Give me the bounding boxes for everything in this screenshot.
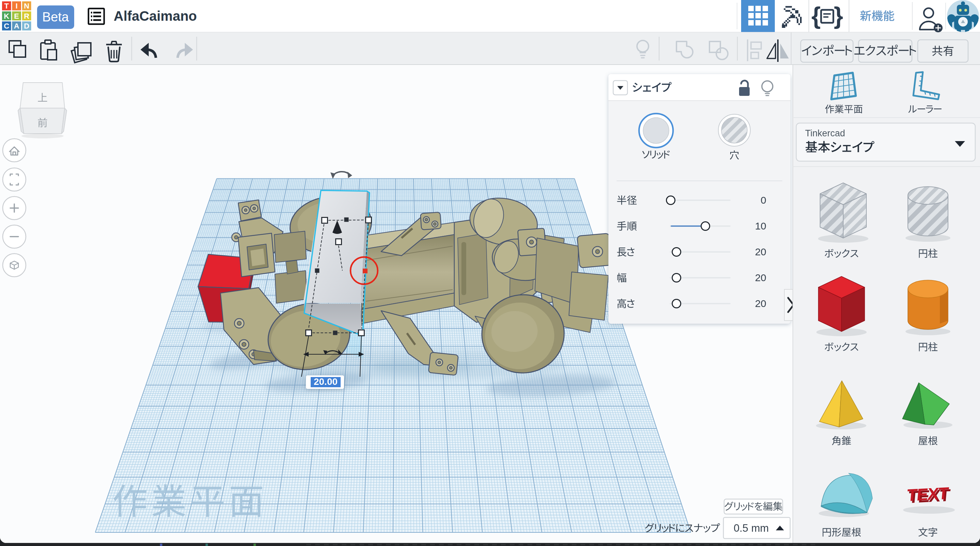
svg-text:K: K <box>4 12 9 21</box>
svg-text:20: 20 <box>755 272 766 283</box>
svg-text:0: 0 <box>760 194 766 206</box>
svg-text:I: I <box>16 2 18 10</box>
svg-text:0.5 mm: 0.5 mm <box>733 522 769 534</box>
svg-text:20: 20 <box>755 246 766 257</box>
svg-text:A: A <box>14 22 19 30</box>
svg-text:}: } <box>834 2 843 29</box>
svg-text:R: R <box>24 12 29 21</box>
svg-text:20: 20 <box>755 298 766 309</box>
svg-text:20.00: 20.00 <box>314 376 337 387</box>
svg-text:N: N <box>24 2 29 10</box>
svg-text:10: 10 <box>755 220 766 232</box>
svg-text:T: T <box>4 2 9 10</box>
svg-text:D: D <box>24 22 29 30</box>
svg-text:Beta: Beta <box>42 10 69 24</box>
svg-text:AlfaCaimano: AlfaCaimano <box>114 8 197 24</box>
svg-text:Tinkercad: Tinkercad <box>805 128 845 138</box>
svg-text:{: { <box>811 2 821 29</box>
svg-text:TEXT: TEXT <box>906 484 950 505</box>
svg-text:C: C <box>4 22 9 30</box>
svg-text:E: E <box>14 12 19 21</box>
